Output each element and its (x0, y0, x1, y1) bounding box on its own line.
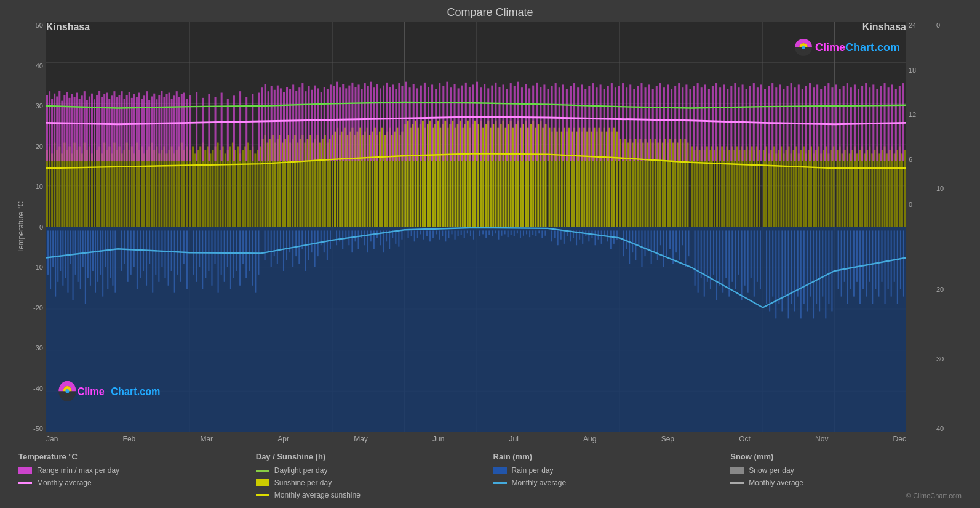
legend-sunshine-per-day: Sunshine per day (256, 478, 493, 487)
svg-rect-54 (112, 230, 113, 285)
y-tick-n40: -40 (12, 385, 43, 392)
y-axis-right: 24 18 12 6 0 0 (906, 22, 968, 432)
svg-rect-149 (423, 230, 424, 239)
svg-rect-173 (501, 230, 503, 235)
svg-rect-697 (196, 92, 197, 161)
svg-rect-344 (161, 150, 162, 227)
svg-rect-247 (741, 230, 743, 300)
svg-rect-270 (816, 230, 817, 304)
svg-rect-757 (416, 88, 418, 161)
svg-rect-765 (446, 82, 448, 161)
svg-rect-356 (192, 146, 194, 227)
svg-rect-158 (451, 230, 452, 234)
svg-rect-164 (470, 230, 471, 236)
legend-snow: Snow (mm) Snow per day Monthly average ©… (730, 452, 968, 499)
svg-rect-271 (819, 230, 820, 311)
svg-rect-33 (60, 230, 61, 271)
svg-rect-716 (286, 87, 288, 161)
svg-rect-672 (129, 92, 130, 161)
svg-rect-35 (65, 230, 66, 278)
svg-rect-629 (881, 150, 883, 227)
svg-rect-304 (61, 153, 63, 227)
y-axis-day-sunshine: 24 18 12 6 0 (906, 22, 934, 432)
svg-rect-328 (121, 153, 123, 227)
svg-rect-338 (146, 150, 148, 227)
svg-rect-168 (485, 230, 487, 238)
svg-rect-257 (775, 230, 776, 318)
x-tick-mar: Mar (200, 435, 213, 443)
svg-rect-223 (663, 230, 664, 267)
svg-rect-585 (770, 150, 772, 227)
svg-rect-75 (180, 230, 181, 281)
y-tick-n20: -20 (12, 304, 43, 312)
svg-rect-120 (327, 230, 328, 260)
svg-rect-665 (111, 95, 113, 161)
x-tick-jul: Jul (509, 435, 519, 443)
svg-rect-864 (816, 84, 818, 161)
svg-rect-767 (454, 84, 456, 161)
svg-rect-71 (168, 230, 169, 285)
svg-rect-628 (878, 153, 880, 227)
svg-rect-141 (395, 230, 396, 243)
svg-rect-30 (52, 230, 54, 267)
svg-rect-239 (716, 230, 717, 300)
svg-rect-82 (205, 230, 206, 278)
svg-rect-165 (473, 230, 474, 239)
svg-rect-253 (760, 230, 761, 289)
svg-rect-597 (800, 150, 802, 227)
svg-rect-224 (666, 230, 667, 256)
chart-area: Temperature °C 50 40 30 20 10 0 -10 -20 … (12, 22, 968, 432)
x-tick-jan: Jan (46, 435, 58, 443)
svg-rect-347 (169, 150, 170, 227)
svg-rect-841 (730, 86, 732, 161)
svg-rect-278 (844, 230, 845, 281)
svg-rect-641 (51, 99, 53, 161)
svg-rect-885 (895, 89, 897, 161)
svg-rect-358 (197, 150, 199, 227)
svg-rect-788 (532, 86, 534, 161)
svg-rect-688 (169, 93, 170, 161)
svg-rect-176 (511, 230, 512, 235)
svg-rect-364 (212, 150, 213, 227)
svg-rect-693 (181, 94, 183, 161)
svg-rect-855 (783, 89, 784, 161)
svg-rect-156 (445, 230, 446, 241)
svg-rect-832 (697, 83, 699, 161)
svg-rect-178 (517, 230, 518, 233)
svg-rect-678 (143, 95, 145, 161)
svg-point-2 (802, 46, 805, 49)
svg-rect-721 (301, 83, 303, 161)
svg-rect-781 (506, 89, 508, 161)
svg-rect-288 (875, 230, 876, 289)
svg-rect-749 (389, 87, 391, 161)
y-tick-10: 10 (12, 183, 43, 190)
svg-rect-743 (370, 82, 372, 161)
svg-rect-572 (736, 146, 738, 227)
svg-rect-159 (455, 230, 456, 239)
svg-rect-563 (714, 150, 715, 227)
svg-rect-41 (80, 230, 81, 289)
svg-rect-638 (904, 150, 906, 227)
svg-rect-745 (376, 84, 378, 161)
svg-rect-235 (704, 230, 705, 296)
svg-rect-685 (161, 91, 162, 161)
svg-rect-125 (345, 230, 346, 238)
svg-rect-62 (140, 230, 141, 278)
svg-rect-145 (411, 230, 412, 236)
svg-rect-374 (237, 146, 239, 227)
svg-rect-707 (258, 93, 260, 161)
svg-rect-614 (844, 150, 846, 227)
x-tick-jun: Jun (432, 435, 444, 443)
svg-rect-731 (333, 86, 335, 161)
svg-rect-827 (678, 83, 680, 161)
svg-rect-746 (380, 88, 381, 161)
svg-rect-382 (257, 150, 258, 227)
svg-rect-772 (472, 84, 474, 161)
svg-rect-155 (442, 230, 443, 236)
svg-rect-872 (847, 83, 848, 161)
svg-rect-830 (689, 89, 691, 161)
svg-rect-244 (731, 230, 733, 281)
svg-rect-622 (864, 153, 866, 227)
svg-rect-752 (398, 83, 400, 161)
svg-rect-152 (432, 230, 434, 238)
